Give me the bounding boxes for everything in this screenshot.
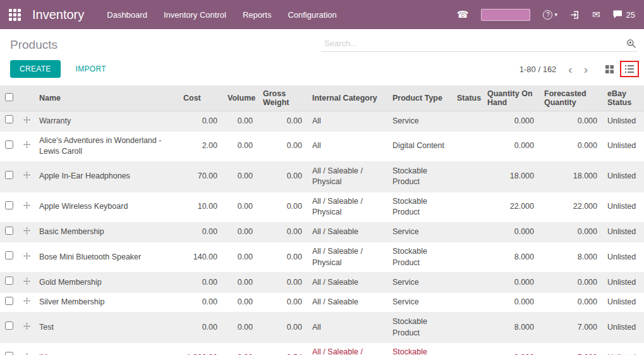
cell-cost[interactable]: 2.00: [178, 131, 222, 161]
cell-status[interactable]: [452, 292, 482, 313]
table-row[interactable]: Test0.000.000.00AllStockable Product8.00…: [0, 313, 644, 343]
cell-forecasted-qty[interactable]: 22.000: [539, 192, 602, 222]
cell-gross-weight[interactable]: 0.00: [258, 273, 307, 293]
row-checkbox[interactable]: [5, 321, 13, 330]
table-row[interactable]: Warranty0.000.000.00AllService0.0000.000…: [0, 111, 644, 132]
cell-cost[interactable]: 0.00: [178, 313, 222, 343]
cell-volume[interactable]: 0.00: [222, 161, 258, 192]
cell-ebay-status[interactable]: Unlisted: [602, 161, 644, 192]
cell-cost[interactable]: 140.00: [178, 242, 222, 273]
row-checkbox[interactable]: [5, 201, 13, 209]
messages-menu[interactable]: 25: [613, 10, 635, 20]
cell-product-type[interactable]: Service: [387, 273, 452, 293]
cell-qty-on-hand[interactable]: 0.000: [482, 273, 539, 293]
column-header-cost[interactable]: Cost: [178, 85, 222, 111]
column-header-forecasted-quantity[interactable]: Forecasted Quantity: [539, 85, 602, 111]
pager-previous-icon[interactable]: ‹: [562, 63, 578, 75]
cell-qty-on-hand[interactable]: 8.000: [482, 242, 539, 273]
cell-cost[interactable]: 0.00: [178, 111, 222, 132]
table-row[interactable]: Apple Wireless Keyboard10.000.000.00All …: [0, 192, 644, 222]
cell-status[interactable]: [452, 192, 482, 222]
cell-forecasted-qty[interactable]: 0.000: [539, 222, 602, 242]
table-row[interactable]: Alice’s Adventures in Wonderland - Lewis…: [0, 131, 644, 161]
cell-ebay-status[interactable]: Unlisted: [602, 192, 644, 222]
cell-qty-on-hand[interactable]: 18.000: [482, 161, 539, 192]
row-drag-cell[interactable]: [19, 222, 34, 242]
column-header-quantity-on-hand[interactable]: Quantity On Hand: [482, 85, 539, 111]
cell-cost[interactable]: 10.00: [178, 192, 222, 222]
search-zoom-icon[interactable]: [626, 39, 636, 49]
cell-gross-weight[interactable]: 9.54: [258, 343, 307, 355]
list-view-icon[interactable]: [621, 62, 638, 76]
cell-cost[interactable]: 0.00: [178, 292, 222, 313]
column-header-status[interactable]: Status: [452, 85, 482, 111]
row-drag-cell[interactable]: [19, 131, 34, 161]
column-header-product-type[interactable]: Product Type: [387, 85, 452, 111]
select-all-checkbox[interactable]: [5, 93, 13, 101]
column-header-gross-weight[interactable]: Gross Weight: [258, 85, 307, 111]
table-row[interactable]: Gold Membership0.000.000.00All / Saleabl…: [0, 273, 644, 293]
cell-product-type[interactable]: Stockable Product: [387, 161, 452, 192]
cell-internal-category[interactable]: All / Saleable / Physical: [307, 161, 387, 192]
cell-volume[interactable]: 0.00: [222, 192, 258, 222]
cell-volume[interactable]: 0.00: [222, 273, 258, 293]
cell-forecasted-qty[interactable]: -5.000: [539, 343, 602, 355]
table-row[interactable]: Basic Membership0.000.000.00All / Saleab…: [0, 222, 644, 242]
cell-volume[interactable]: 0.00: [222, 242, 258, 273]
user-menu-redacted[interactable]: [481, 9, 530, 21]
cell-gross-weight[interactable]: 0.00: [258, 111, 307, 132]
cell-gross-weight[interactable]: 0.00: [258, 292, 307, 313]
phone-icon[interactable]: ☎: [457, 10, 469, 20]
cell-ebay-status[interactable]: Unlisted: [602, 131, 644, 161]
cell-product-type[interactable]: Stockable Product: [387, 313, 452, 343]
cell-forecasted-qty[interactable]: 0.000: [539, 273, 602, 293]
row-drag-cell[interactable]: [19, 313, 34, 343]
column-header-name[interactable]: Name: [34, 85, 178, 111]
mail-icon[interactable]: ✉: [592, 10, 600, 20]
cell-gross-weight[interactable]: 0.00: [258, 313, 307, 343]
table-row[interactable]: iMac1,299.000.009.54All / Saleable / Phy…: [0, 343, 644, 355]
kanban-view-icon[interactable]: [601, 62, 617, 76]
cell-gross-weight[interactable]: 0.00: [258, 161, 307, 192]
cell-qty-on-hand[interactable]: 8.000: [482, 313, 539, 343]
cell-forecasted-qty[interactable]: 0.000: [539, 292, 602, 313]
cell-qty-on-hand[interactable]: 0.000: [482, 111, 539, 132]
row-checkbox[interactable]: [5, 277, 13, 285]
cell-internal-category[interactable]: All: [307, 111, 387, 132]
cell-gross-weight[interactable]: 0.00: [258, 242, 307, 273]
menu-configuration[interactable]: Configuration: [288, 10, 336, 20]
cell-status[interactable]: [452, 343, 482, 355]
cell-gross-weight[interactable]: 0.00: [258, 222, 307, 242]
cell-qty-on-hand[interactable]: 0.000: [482, 222, 539, 242]
cell-product-type[interactable]: Stockable Product: [387, 192, 452, 222]
cell-internal-category[interactable]: All / Saleable / Physical: [307, 242, 387, 273]
table-row[interactable]: Apple In-Ear Headphones70.000.000.00All …: [0, 161, 644, 192]
cell-volume[interactable]: 0.00: [222, 313, 258, 343]
cell-ebay-status[interactable]: Unlisted: [602, 222, 644, 242]
cell-cost[interactable]: 0.00: [178, 273, 222, 293]
cell-gross-weight[interactable]: 0.00: [258, 192, 307, 222]
cell-name[interactable]: Test: [34, 313, 178, 343]
menu-inventory-control[interactable]: Inventory Control: [164, 10, 226, 20]
row-checkbox[interactable]: [5, 115, 13, 123]
row-drag-cell[interactable]: [19, 242, 34, 273]
cell-status[interactable]: [452, 313, 482, 343]
cell-volume[interactable]: 0.00: [222, 292, 258, 313]
cell-internal-category[interactable]: All / Saleable / Physical: [307, 343, 387, 355]
cell-ebay-status[interactable]: Unlisted: [602, 313, 644, 343]
cell-name[interactable]: Alice’s Adventures in Wonderland - Lewis…: [34, 131, 178, 161]
cell-name[interactable]: Warranty: [34, 111, 178, 132]
cell-internal-category[interactable]: All: [307, 131, 387, 161]
cell-name[interactable]: Bose Mini Bluetooth Speaker: [34, 242, 178, 273]
cell-product-type[interactable]: Service: [387, 222, 452, 242]
cell-product-type[interactable]: Stockable Product: [387, 343, 452, 355]
table-row[interactable]: Bose Mini Bluetooth Speaker140.000.000.0…: [0, 242, 644, 273]
row-drag-cell[interactable]: [19, 273, 34, 293]
row-drag-cell[interactable]: [19, 161, 34, 192]
menu-dashboard[interactable]: Dashboard: [107, 10, 147, 20]
cell-cost[interactable]: 1,299.00: [178, 343, 222, 355]
pager-next-icon[interactable]: ›: [578, 63, 593, 75]
cell-product-type[interactable]: Service: [387, 111, 452, 132]
column-header-internal-category[interactable]: Internal Category: [307, 85, 387, 111]
cell-internal-category[interactable]: All / Saleable / Physical: [307, 192, 387, 222]
